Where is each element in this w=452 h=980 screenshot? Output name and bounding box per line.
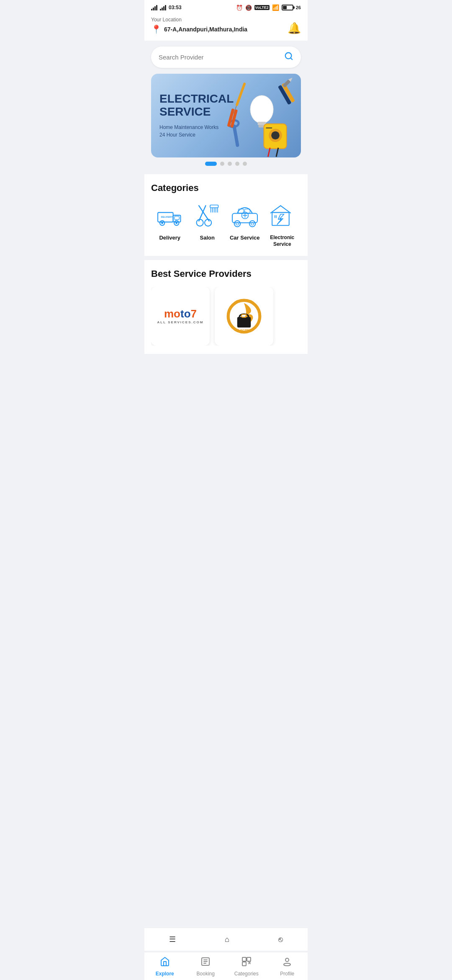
banner-subtitle: Home Maintenance Works24 Hour Service bbox=[159, 124, 293, 139]
dot-4[interactable] bbox=[235, 162, 239, 166]
svg-text:ELECTRIC: ELECTRIC bbox=[236, 328, 252, 332]
alarm-icon: ⏰ bbox=[236, 5, 243, 11]
promo-banner[interactable]: ELECTRICALSERVICE Home Maintenance Works… bbox=[151, 74, 301, 157]
search-container bbox=[144, 41, 308, 74]
svg-rect-63 bbox=[242, 962, 246, 966]
dot-1[interactable] bbox=[205, 162, 217, 166]
status-time: 03:53 bbox=[169, 5, 182, 10]
category-label-electronic: ElectronicService bbox=[270, 235, 294, 248]
svg-text:DELIVERY: DELIVERY bbox=[161, 216, 173, 218]
search-icon[interactable] bbox=[284, 52, 293, 63]
bottom-nav: Explore Booking Categories bbox=[144, 952, 308, 980]
svg-point-42 bbox=[234, 221, 240, 227]
booking-icon bbox=[200, 957, 211, 969]
phone-icon: 📵 bbox=[245, 5, 252, 11]
svg-point-64 bbox=[285, 958, 289, 962]
category-label-car-service: Car Service bbox=[230, 235, 260, 242]
svg-point-31 bbox=[196, 219, 203, 226]
system-nav: ☰ ⌂ ⎋ bbox=[144, 928, 308, 951]
status-right: ⏰ 📵 VoLTE2 📶 26 bbox=[236, 4, 301, 11]
electronic-service-icon bbox=[267, 201, 297, 230]
nav-label-profile: Profile bbox=[280, 971, 294, 977]
dot-2[interactable] bbox=[220, 162, 224, 166]
svg-rect-61 bbox=[242, 957, 246, 961]
dot-3[interactable] bbox=[228, 162, 232, 166]
svg-point-27 bbox=[176, 222, 178, 224]
signal-icon-2 bbox=[160, 5, 166, 10]
moto7-logo: moto7 ALL SERVICES.COM bbox=[157, 308, 204, 324]
svg-rect-65 bbox=[284, 963, 290, 966]
providers-section: Best Service Providers moto7 ALL SERVICE… bbox=[144, 260, 308, 354]
svg-line-17 bbox=[268, 148, 270, 157]
header: Your Location 📍 67-A,Anandpuri,Mathura,I… bbox=[144, 13, 308, 41]
battery-level-text: 26 bbox=[296, 5, 301, 10]
carousel-dots bbox=[151, 157, 301, 168]
back-icon[interactable]: ⎋ bbox=[270, 933, 291, 946]
svg-rect-23 bbox=[175, 216, 179, 219]
wifi-icon: 📶 bbox=[272, 4, 279, 11]
delivery-icon: DELIVERY bbox=[155, 201, 185, 230]
category-item-car-service[interactable]: Car Service bbox=[226, 201, 264, 248]
status-bar: 03:53 ⏰ 📵 VoLTE2 📶 26 bbox=[144, 0, 308, 13]
nav-item-profile[interactable]: Profile bbox=[267, 952, 308, 980]
svg-line-1 bbox=[290, 58, 292, 59]
category-item-electronic[interactable]: ElectronicService bbox=[264, 201, 301, 248]
banner-text: ELECTRICALSERVICE Home Maintenance Works… bbox=[159, 93, 293, 139]
signal-icon bbox=[151, 5, 157, 10]
explore-icon bbox=[160, 957, 170, 969]
svg-point-44 bbox=[249, 221, 255, 227]
category-label-salon: Salon bbox=[200, 235, 215, 242]
banner-title: ELECTRICALSERVICE bbox=[159, 93, 293, 119]
profile-icon bbox=[282, 957, 292, 969]
location-value: 📍 67-A,Anandpuri,Mathura,India bbox=[151, 24, 247, 34]
location-section: Your Location 📍 67-A,Anandpuri,Mathura,I… bbox=[151, 17, 247, 34]
location-label: Your Location bbox=[151, 17, 247, 23]
menu-icon[interactable]: ☰ bbox=[161, 932, 184, 946]
category-label-delivery: Delivery bbox=[159, 235, 180, 242]
provider-card-electric[interactable]: ELECTRIC bbox=[215, 287, 273, 346]
nav-item-categories[interactable]: Categories bbox=[226, 952, 267, 980]
svg-point-25 bbox=[161, 222, 163, 224]
notification-bell-icon[interactable]: 🔔 bbox=[288, 22, 301, 35]
home-icon[interactable]: ⌂ bbox=[216, 933, 238, 946]
category-item-salon[interactable]: Salon bbox=[189, 201, 226, 248]
nav-item-booking[interactable]: Booking bbox=[185, 952, 226, 980]
providers-title: Best Service Providers bbox=[151, 268, 301, 279]
status-left: 03:53 bbox=[151, 5, 182, 10]
banner-container: ELECTRICALSERVICE Home Maintenance Works… bbox=[144, 74, 308, 174]
dot-5[interactable] bbox=[243, 162, 247, 166]
nav-item-explore[interactable]: Explore bbox=[144, 952, 185, 980]
svg-marker-50 bbox=[277, 214, 284, 224]
nav-label-categories: Categories bbox=[234, 971, 259, 977]
providers-grid: moto7 ALL SERVICES.COM E bbox=[151, 287, 301, 346]
categories-icon bbox=[241, 957, 252, 969]
svg-rect-62 bbox=[247, 957, 251, 961]
nav-label-explore: Explore bbox=[156, 971, 174, 977]
svg-rect-33 bbox=[210, 205, 218, 208]
nav-label-booking: Booking bbox=[197, 971, 215, 977]
battery-icon bbox=[282, 5, 293, 10]
lte-badge: VoLTE2 bbox=[254, 5, 270, 10]
car-service-icon bbox=[230, 201, 259, 230]
categories-grid: DELIVERY Delivery bbox=[151, 201, 301, 248]
categories-title: Categories bbox=[151, 183, 301, 193]
location-pin-icon: 📍 bbox=[151, 24, 162, 34]
location-address: 67-A,Anandpuri,Mathura,India bbox=[164, 26, 247, 33]
svg-rect-54 bbox=[237, 317, 251, 328]
search-box bbox=[151, 46, 301, 68]
search-input[interactable] bbox=[159, 54, 284, 61]
provider-card-moto7[interactable]: moto7 ALL SERVICES.COM bbox=[151, 287, 210, 346]
salon-icon bbox=[193, 201, 222, 230]
electric-logo: ELECTRIC bbox=[225, 297, 263, 335]
categories-section: Categories DELIVERY bbox=[144, 174, 308, 256]
category-item-delivery[interactable]: DELIVERY Delivery bbox=[151, 201, 189, 248]
svg-line-18 bbox=[276, 148, 278, 157]
